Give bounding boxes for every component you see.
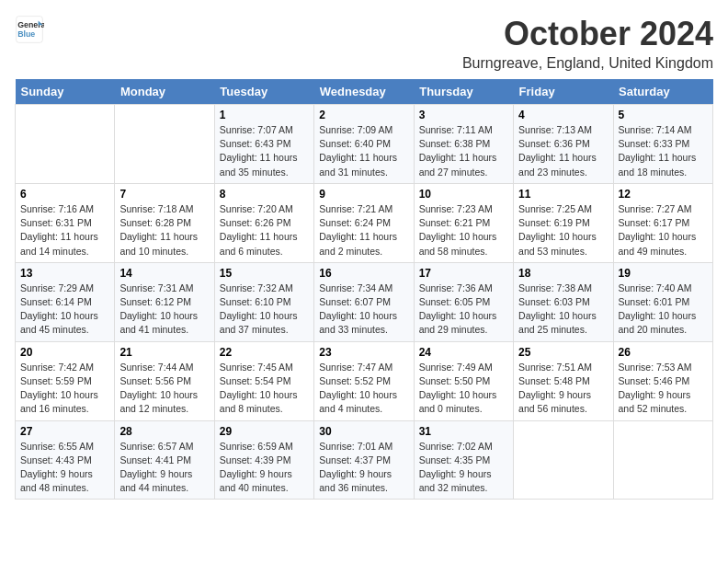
calendar-cell: 24Sunrise: 7:49 AMSunset: 5:50 PMDayligh… bbox=[414, 341, 513, 420]
day-number: 5 bbox=[619, 109, 708, 121]
calendar-table: SundayMondayTuesdayWednesdayThursdayFrid… bbox=[15, 79, 713, 500]
day-number: 1 bbox=[220, 109, 309, 121]
day-number: 11 bbox=[518, 188, 608, 201]
day-number: 8 bbox=[220, 188, 309, 201]
day-number: 19 bbox=[619, 267, 708, 280]
day-number: 31 bbox=[419, 425, 508, 438]
day-number: 18 bbox=[518, 267, 608, 280]
day-number: 29 bbox=[220, 425, 309, 438]
cell-info: Sunrise: 6:57 AMSunset: 4:41 PMDaylight:… bbox=[119, 440, 209, 496]
calendar-cell: 1Sunrise: 7:07 AMSunset: 6:43 PMDaylight… bbox=[214, 105, 313, 184]
calendar-cell: 18Sunrise: 7:38 AMSunset: 6:03 PMDayligh… bbox=[514, 262, 613, 341]
day-number: 10 bbox=[419, 188, 508, 201]
calendar-cell: 2Sunrise: 7:09 AMSunset: 6:40 PMDaylight… bbox=[314, 105, 414, 184]
cell-info: Sunrise: 7:01 AMSunset: 4:37 PMDaylight:… bbox=[319, 440, 408, 496]
cell-info: Sunrise: 7:31 AMSunset: 6:12 PMDaylight:… bbox=[119, 282, 209, 338]
logo: General Blue bbox=[15, 15, 44, 44]
weekday-header-saturday: Saturday bbox=[613, 79, 712, 105]
weekday-header-monday: Monday bbox=[115, 79, 214, 105]
calendar-cell: 29Sunrise: 6:59 AMSunset: 4:39 PMDayligh… bbox=[214, 420, 313, 500]
calendar-cell bbox=[115, 105, 214, 184]
calendar-cell: 28Sunrise: 6:57 AMSunset: 4:41 PMDayligh… bbox=[115, 420, 214, 500]
day-number: 28 bbox=[119, 425, 209, 438]
day-number: 2 bbox=[319, 109, 408, 121]
calendar-cell: 9Sunrise: 7:21 AMSunset: 6:24 PMDaylight… bbox=[314, 183, 414, 262]
calendar-cell bbox=[613, 420, 712, 500]
calendar-cell: 21Sunrise: 7:44 AMSunset: 5:56 PMDayligh… bbox=[115, 341, 214, 420]
cell-info: Sunrise: 7:14 AMSunset: 6:33 PMDaylight:… bbox=[619, 123, 708, 179]
weekday-header-thursday: Thursday bbox=[414, 79, 513, 105]
day-number: 9 bbox=[319, 188, 408, 201]
calendar-cell: 31Sunrise: 7:02 AMSunset: 4:35 PMDayligh… bbox=[414, 420, 513, 500]
cell-info: Sunrise: 7:13 AMSunset: 6:36 PMDaylight:… bbox=[518, 123, 608, 179]
cell-info: Sunrise: 7:53 AMSunset: 5:46 PMDaylight:… bbox=[619, 361, 708, 417]
calendar-cell: 25Sunrise: 7:51 AMSunset: 5:48 PMDayligh… bbox=[514, 341, 613, 420]
cell-info: Sunrise: 7:11 AMSunset: 6:38 PMDaylight:… bbox=[419, 123, 508, 179]
week-row-4: 20Sunrise: 7:42 AMSunset: 5:59 PMDayligh… bbox=[16, 341, 713, 420]
calendar-cell: 27Sunrise: 6:55 AMSunset: 4:43 PMDayligh… bbox=[16, 420, 115, 500]
header: General Blue October 2024 Burngreave, En… bbox=[15, 15, 713, 72]
day-number: 30 bbox=[319, 425, 408, 438]
calendar-cell: 13Sunrise: 7:29 AMSunset: 6:14 PMDayligh… bbox=[16, 262, 115, 341]
cell-info: Sunrise: 7:18 AMSunset: 6:28 PMDaylight:… bbox=[119, 202, 209, 259]
calendar-cell bbox=[514, 420, 613, 500]
weekday-header-tuesday: Tuesday bbox=[214, 79, 313, 105]
calendar-cell: 7Sunrise: 7:18 AMSunset: 6:28 PMDaylight… bbox=[115, 183, 214, 262]
cell-info: Sunrise: 7:36 AMSunset: 6:05 PMDaylight:… bbox=[419, 282, 508, 338]
day-number: 21 bbox=[119, 346, 209, 359]
day-number: 14 bbox=[119, 267, 209, 280]
cell-info: Sunrise: 7:34 AMSunset: 6:07 PMDaylight:… bbox=[319, 282, 408, 338]
cell-info: Sunrise: 6:59 AMSunset: 4:39 PMDaylight:… bbox=[220, 440, 309, 496]
day-number: 3 bbox=[419, 109, 508, 121]
cell-info: Sunrise: 7:42 AMSunset: 5:59 PMDaylight:… bbox=[20, 361, 109, 417]
day-number: 20 bbox=[20, 346, 109, 359]
day-number: 24 bbox=[419, 346, 508, 359]
cell-info: Sunrise: 7:40 AMSunset: 6:01 PMDaylight:… bbox=[619, 282, 708, 338]
week-row-1: 1Sunrise: 7:07 AMSunset: 6:43 PMDaylight… bbox=[16, 105, 713, 184]
month-title: October 2024 bbox=[462, 15, 713, 53]
cell-info: Sunrise: 7:09 AMSunset: 6:40 PMDaylight:… bbox=[319, 123, 408, 179]
day-number: 25 bbox=[518, 346, 608, 359]
week-row-3: 13Sunrise: 7:29 AMSunset: 6:14 PMDayligh… bbox=[16, 262, 713, 341]
calendar-cell: 6Sunrise: 7:16 AMSunset: 6:31 PMDaylight… bbox=[16, 183, 115, 262]
title-block: October 2024 Burngreave, England, United… bbox=[462, 15, 713, 72]
cell-info: Sunrise: 7:16 AMSunset: 6:31 PMDaylight:… bbox=[20, 202, 109, 259]
cell-info: Sunrise: 7:32 AMSunset: 6:10 PMDaylight:… bbox=[220, 282, 309, 338]
weekday-header-wednesday: Wednesday bbox=[314, 79, 414, 105]
cell-info: Sunrise: 7:21 AMSunset: 6:24 PMDaylight:… bbox=[319, 202, 408, 259]
calendar-cell: 26Sunrise: 7:53 AMSunset: 5:46 PMDayligh… bbox=[613, 341, 712, 420]
cell-info: Sunrise: 6:55 AMSunset: 4:43 PMDaylight:… bbox=[20, 440, 109, 496]
day-number: 4 bbox=[518, 109, 608, 121]
day-number: 27 bbox=[20, 425, 109, 438]
cell-info: Sunrise: 7:49 AMSunset: 5:50 PMDaylight:… bbox=[419, 361, 508, 417]
calendar-cell: 19Sunrise: 7:40 AMSunset: 6:01 PMDayligh… bbox=[613, 262, 712, 341]
calendar-cell: 20Sunrise: 7:42 AMSunset: 5:59 PMDayligh… bbox=[16, 341, 115, 420]
svg-text:Blue: Blue bbox=[17, 29, 35, 39]
calendar-cell: 8Sunrise: 7:20 AMSunset: 6:26 PMDaylight… bbox=[214, 183, 313, 262]
calendar-cell: 4Sunrise: 7:13 AMSunset: 6:36 PMDaylight… bbox=[514, 105, 613, 184]
day-number: 22 bbox=[220, 346, 309, 359]
cell-info: Sunrise: 7:47 AMSunset: 5:52 PMDaylight:… bbox=[319, 361, 408, 417]
cell-info: Sunrise: 7:27 AMSunset: 6:17 PMDaylight:… bbox=[619, 202, 708, 259]
weekday-header-friday: Friday bbox=[514, 79, 613, 105]
calendar-cell: 11Sunrise: 7:25 AMSunset: 6:19 PMDayligh… bbox=[514, 183, 613, 262]
calendar-cell: 30Sunrise: 7:01 AMSunset: 4:37 PMDayligh… bbox=[314, 420, 414, 500]
calendar-cell: 23Sunrise: 7:47 AMSunset: 5:52 PMDayligh… bbox=[314, 341, 414, 420]
day-number: 12 bbox=[619, 188, 708, 201]
calendar-cell: 14Sunrise: 7:31 AMSunset: 6:12 PMDayligh… bbox=[115, 262, 214, 341]
cell-info: Sunrise: 7:20 AMSunset: 6:26 PMDaylight:… bbox=[220, 202, 309, 259]
cell-info: Sunrise: 7:38 AMSunset: 6:03 PMDaylight:… bbox=[518, 282, 608, 338]
day-number: 16 bbox=[319, 267, 408, 280]
day-number: 23 bbox=[319, 346, 408, 359]
day-number: 6 bbox=[20, 188, 109, 201]
calendar-cell: 10Sunrise: 7:23 AMSunset: 6:21 PMDayligh… bbox=[414, 183, 513, 262]
calendar-cell: 5Sunrise: 7:14 AMSunset: 6:33 PMDaylight… bbox=[613, 105, 712, 184]
week-row-2: 6Sunrise: 7:16 AMSunset: 6:31 PMDaylight… bbox=[16, 183, 713, 262]
calendar-header: SundayMondayTuesdayWednesdayThursdayFrid… bbox=[16, 79, 713, 105]
day-number: 15 bbox=[220, 267, 309, 280]
cell-info: Sunrise: 7:02 AMSunset: 4:35 PMDaylight:… bbox=[419, 440, 508, 496]
calendar-cell: 12Sunrise: 7:27 AMSunset: 6:17 PMDayligh… bbox=[613, 183, 712, 262]
cell-info: Sunrise: 7:25 AMSunset: 6:19 PMDaylight:… bbox=[518, 202, 608, 259]
day-number: 17 bbox=[419, 267, 508, 280]
location-title: Burngreave, England, United Kingdom bbox=[462, 55, 713, 72]
